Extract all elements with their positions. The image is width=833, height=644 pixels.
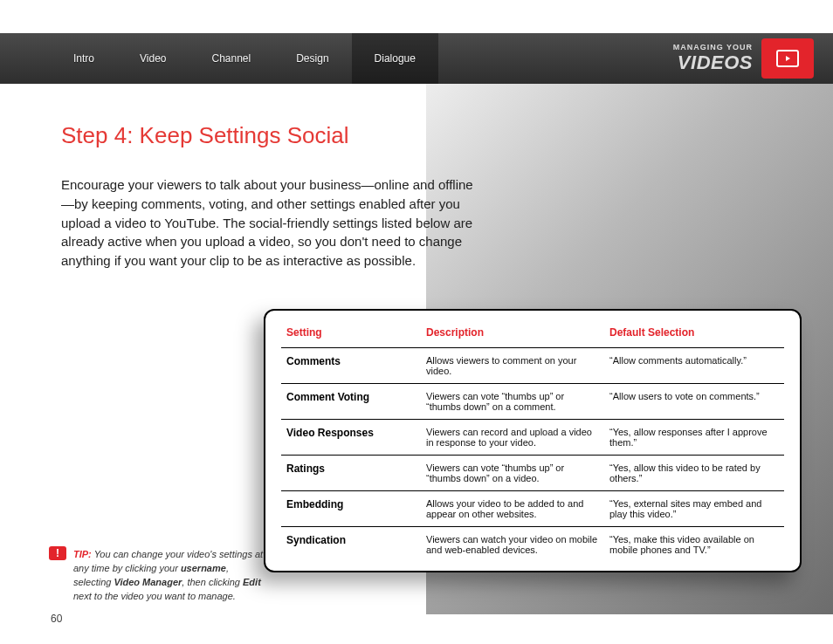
brand-text: MANAGING YOUR VIDEOS <box>673 43 753 74</box>
settings-table: Setting Description Default Selection Co… <box>281 323 784 562</box>
cell-description: Viewers can record and upload a video in… <box>421 420 604 456</box>
tip-bold-edit: Edit <box>243 577 261 587</box>
cell-setting: Comments <box>281 348 421 384</box>
nav-tab-intro[interactable]: Intro <box>51 33 117 84</box>
cell-description: Viewers can vote “thumbs up” or “thumbs … <box>421 456 604 491</box>
top-nav-bar: IntroVideoChannelDesignDialogue MANAGING… <box>0 33 833 84</box>
cell-default: “Yes, allow responses after I approve th… <box>604 420 784 456</box>
tip-callout: ! TIP: You can change your video's setti… <box>51 548 264 604</box>
tip-bold-username: username <box>181 563 226 573</box>
col-header-description: Description <box>421 323 604 348</box>
cell-setting: Comment Voting <box>281 384 421 420</box>
main-content: Step 4: Keep Settings Social Encourage y… <box>61 122 480 271</box>
tip-bold-video-manager: Video Manager <box>114 577 182 587</box>
cell-setting: Video Responses <box>281 420 421 456</box>
nav-tab-channel[interactable]: Channel <box>189 33 274 84</box>
cell-description: Viewers can watch your video on mobile a… <box>421 527 604 563</box>
table-row: Video ResponsesViewers can record and up… <box>281 420 784 456</box>
table-row: RatingsViewers can vote “thumbs up” or “… <box>281 456 784 491</box>
cell-setting: Syndication <box>281 527 421 563</box>
tip-seg-3: , then clicking <box>182 577 243 587</box>
tip-seg-1: You can change your video's settings at … <box>73 549 263 573</box>
cell-description: Allows your video to be added to and app… <box>421 491 604 527</box>
tip-seg-4: next to the video you want to manage. <box>73 591 236 601</box>
cell-setting: Embedding <box>281 491 421 527</box>
page-number: 60 <box>51 613 62 625</box>
cell-default: “Yes, external sites may embed and play … <box>604 491 784 527</box>
tip-text: TIP: You can change your video's setting… <box>73 548 264 604</box>
table-row: EmbeddingAllows your video to be added t… <box>281 491 784 527</box>
nav-tab-dialogue[interactable]: Dialogue <box>352 33 438 84</box>
table-header-row: Setting Description Default Selection <box>281 323 784 348</box>
col-header-setting: Setting <box>281 323 421 348</box>
brand-eyebrow: MANAGING YOUR <box>673 43 753 51</box>
table-body: CommentsAllows viewers to comment on you… <box>281 348 784 563</box>
cell-description: Viewers can vote “thumbs up” or “thumbs … <box>421 384 604 420</box>
table-row: SyndicationViewers can watch your video … <box>281 527 784 563</box>
cell-default: “Allow users to vote on comments.” <box>604 384 784 420</box>
page-root: IntroVideoChannelDesignDialogue MANAGING… <box>0 0 833 644</box>
tip-label: TIP: <box>73 549 92 559</box>
brand-title: VIDEOS <box>673 51 753 74</box>
settings-table-card: Setting Description Default Selection Co… <box>264 309 802 572</box>
brand-block: MANAGING YOUR VIDEOS <box>673 33 814 84</box>
table-row: CommentsAllows viewers to comment on you… <box>281 348 784 384</box>
cell-default: “Allow comments automatically.” <box>604 348 784 384</box>
table-row: Comment VotingViewers can vote “thumbs u… <box>281 384 784 420</box>
intro-paragraph: Encourage your viewers to talk about you… <box>61 175 480 271</box>
col-header-default: Default Selection <box>604 323 784 348</box>
cell-default: “Yes, allow this video to be rated by ot… <box>604 456 784 491</box>
cell-description: Allows viewers to comment on your video. <box>421 348 604 384</box>
exclamation-icon: ! <box>49 546 66 560</box>
page-heading: Step 4: Keep Settings Social <box>61 122 480 149</box>
nav-tab-video[interactable]: Video <box>117 33 189 84</box>
cell-default: “Yes, make this video available on mobil… <box>604 527 784 563</box>
nav-tabs: IntroVideoChannelDesignDialogue <box>51 33 438 84</box>
nav-tab-design[interactable]: Design <box>273 33 351 84</box>
video-badge-icon <box>761 38 814 79</box>
cell-setting: Ratings <box>281 456 421 491</box>
